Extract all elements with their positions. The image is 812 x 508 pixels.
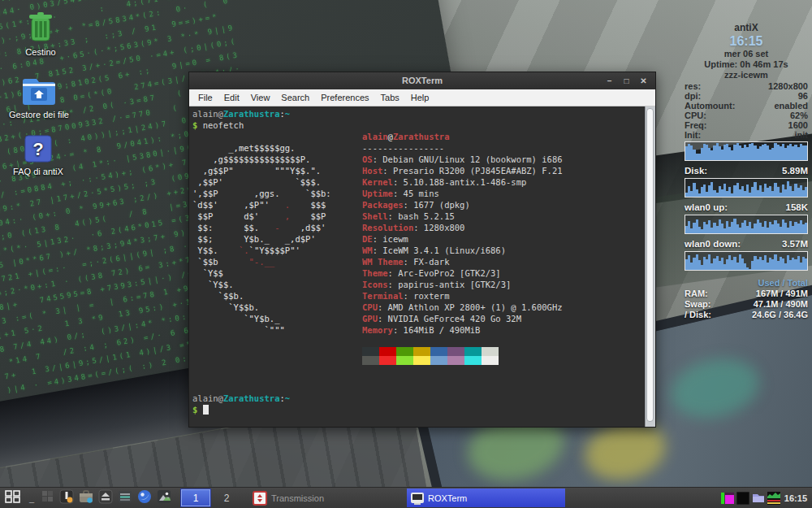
desktop-icon-label: Gestore dei file [0,110,80,119]
conky-graph-wlan0-down [685,251,808,271]
desktop-icon-trash[interactable]: Cestino [0,10,81,57]
workspace-switcher: 12 [180,489,242,506]
conky-info-row: Freq:1600 [685,121,808,131]
conky-graph-cpu [685,141,808,161]
task-transmission[interactable]: Transmission [248,488,400,507]
tray-volume-icon[interactable] [721,492,734,505]
window-controls: – □ ✕ [601,72,652,89]
package-installer-icon [58,488,75,508]
file-manager-icon [21,76,57,108]
conky-info-row: Init:init [685,131,808,141]
neofetch-title: alain@Zarathustra [362,131,563,142]
menu-file[interactable]: File [192,89,218,106]
prompt-line: alain@Zarathustra:~ [192,393,290,404]
launcher-image-viewer[interactable] [154,488,174,507]
palette-swatch [396,347,413,356]
menu-preferences[interactable]: Preferences [315,89,374,106]
conky-date: mer 06 set [685,49,808,59]
conky-mem-row: Swap:47.1M / 490M [685,299,808,310]
start-menu-button[interactable] [0,488,26,507]
conky-graph-label-wlan0-up: wlan0 up:158K [685,202,808,213]
launcher-drawer[interactable] [115,488,135,507]
menu-tabs[interactable]: Tabs [375,89,405,106]
show-desktop-button[interactable]: _ [26,488,37,507]
conky-time: 16:15 [685,33,808,49]
neofetch-field: DE: icewm [362,233,563,245]
neofetch-field: Kernel: 5.10.188-antix.1-486-smp [362,176,563,188]
menu-edit[interactable]: Edit [218,89,245,106]
conky-mem-row: RAM:167M / 491M [685,289,808,299]
tray-blank-icon[interactable] [736,492,749,505]
launcher-package-installer[interactable] [57,488,76,507]
window-list-button[interactable] [37,488,57,507]
question-icon: ? [24,134,53,165]
neofetch-field: WM: IceWM 3.4.1 (Linux/i686) [362,245,563,256]
desktop-icon-file-manager[interactable]: Gestore dei file [0,76,80,119]
desktop: 5 |+|)4=19* :):7*38:=1/8 16:358|49)|(757… [0,0,812,508]
palette-swatch [362,347,379,356]
launcher-eject[interactable] [96,488,115,507]
palette-swatch [396,356,413,365]
palette-swatch [430,356,447,365]
roxterm-window: ROXTerm – □ ✕ FileEditViewSearchPreferen… [188,72,656,428]
conky-info-row: Automount:enabled [685,102,808,111]
web-browser-icon [136,488,153,508]
palette-swatch [447,356,464,365]
terminal-icon [411,493,424,503]
palette-swatch [362,356,379,365]
menu-help[interactable]: Help [405,89,435,106]
desktop-icon-label: FAQ di antiX [0,167,79,176]
palette-swatch [482,356,499,365]
neofetch-ascii-art: _,met$$$$$gg. ,g$$$$$$$$$$$$$$$P. ,g$$P"… [192,142,331,336]
scrollbar-thumb[interactable] [646,108,654,422]
conky-graphs: Disk:5.89Mwlan0 up:158Kwlan0 down:3.57M [685,141,808,271]
terminal-body[interactable]: alain@Zarathustra:~$ neofetchalain@Zarat… [189,106,655,427]
launcher-web-browser[interactable] [135,488,154,507]
neofetch-field: Theme: Arc-EvoPro2 [GTK2/3] [362,267,563,279]
conky-graph-disk [685,178,808,198]
workspace-button-2[interactable]: 2 [212,489,241,506]
conky-monitor: antiX 16:15 mer 06 set Uptime: 0h 46m 17… [685,23,808,320]
conky-mem-row: / Disk:24.6G / 36.4G [685,310,808,320]
window-titlebar[interactable]: ROXTerm – □ ✕ [189,72,655,89]
drawer-icon [117,488,133,508]
neofetch-info: alain@Zarathustra----------------OS: Deb… [362,131,563,336]
neofetch-field: Shell: bash 5.2.15 [362,211,563,222]
terminal-scrollbar[interactable] [645,106,655,427]
close-icon[interactable]: ✕ [635,76,652,85]
menu-view[interactable]: View [245,89,276,106]
neofetch-field: CPU: AMD Athlon XP 2800+ (1) @ 1.600GHz [362,302,563,313]
maximize-icon[interactable]: □ [618,76,635,85]
desktop-icon-faq[interactable]: ? FAQ di antiX [0,134,79,176]
workspace-button-1[interactable]: 1 [181,489,210,506]
launcher-briefcase[interactable] [76,488,96,507]
minimize-icon[interactable]: – [601,76,618,85]
taskbar: _ [0,487,812,508]
palette-swatch [464,347,482,356]
desktop-icon-label: Cestino [0,47,81,57]
palette-swatch [447,347,464,356]
command-line: $ neofetch [192,119,244,131]
menu-search[interactable]: Search [275,89,315,106]
tray-netmonitor-icon[interactable] [767,492,780,505]
palette-swatch [464,356,482,365]
taskbar-clock[interactable]: 16:15 [784,493,807,503]
neofetch-field: Terminal: roxterm [362,290,563,302]
neofetch-separator: ---------------- [362,142,563,154]
briefcase-icon [78,488,94,508]
conky-mem-header: Used / Total [685,278,808,289]
tray-folder-icon[interactable] [752,492,765,505]
neofetch-field: Host: Presario R3200 (PJ845EA#ABZ) F.21 [362,165,563,176]
conky-info-rows: res:1280x800dpi:96Automount:enabledCPU:6… [685,82,808,140]
conky-uptime: Uptime: 0h 46m 17s [685,59,808,70]
task-roxterm[interactable]: ROXTerm [407,488,565,507]
conky-graph-label-disk: Disk:5.89M [685,166,808,176]
palette-swatch [379,347,396,356]
palette-swatch [379,356,396,365]
terminal-content: alain@Zarathustra:~$ neofetchalain@Zarat… [192,108,644,427]
eject-icon [97,488,114,508]
task-label: ROXTerm [428,493,467,503]
neofetch-field: Icons: papirus-antix [GTK2/3] [362,279,563,290]
conky-graph-wlan0-up [685,215,808,234]
palette-swatch [413,347,430,356]
